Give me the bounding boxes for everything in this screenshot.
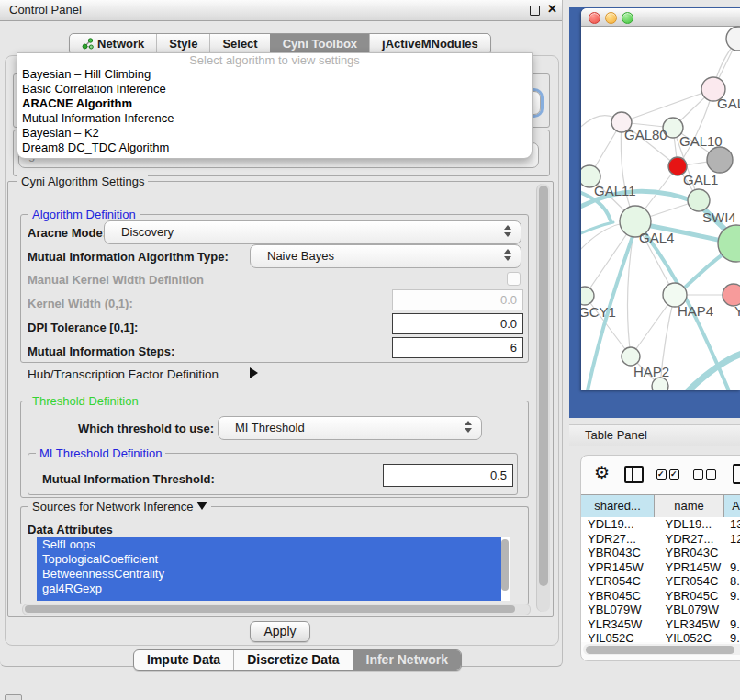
column-header-clipped[interactable]: A [724, 495, 740, 517]
apply-button[interactable]: Apply [250, 621, 310, 642]
table-horizontal-scrollbar[interactable] [583, 644, 740, 655]
gear-icon[interactable]: ⚙ [594, 462, 610, 483]
table-row[interactable]: YPR145WYPR145W9. [581, 560, 740, 575]
dpi-tolerance-label: DPI Tolerance [0,1]: [28, 321, 138, 334]
combo-arrows-icon [504, 249, 512, 261]
mi-steps-field[interactable]: 6 [392, 337, 523, 358]
network-node-label: HAP2 [633, 364, 669, 379]
kernel-width-field[interactable]: 0.0 [392, 289, 523, 310]
combo-arrows-icon [504, 225, 512, 237]
expand-arrow-icon[interactable] [250, 367, 258, 378]
table-toolbar: ⚙ ✓✓ [581, 456, 740, 494]
algorithm-list-item[interactable]: Dream8 DC_TDC Algorithm [17, 141, 532, 155]
manual-kernel-checkbox[interactable] [507, 272, 521, 286]
split-columns-icon[interactable] [624, 466, 644, 483]
tab-select[interactable]: Select [209, 34, 269, 54]
manual-kernel-label: Manual Kernel Width Definition [28, 273, 204, 287]
table-cell: YIL052C [660, 631, 730, 642]
table-cell: YBR045C [660, 589, 730, 604]
hub-section-label[interactable]: Hub/Transcription Factor Definition [28, 367, 219, 381]
attribute-list-item-partial[interactable] [37, 596, 501, 601]
mi-threshold-label: Mutual Information Threshold: [42, 472, 215, 486]
table-cell [729, 546, 740, 560]
clipped-document-icon[interactable] [733, 464, 740, 484]
table-row[interactable]: YIL052CYIL052C9. [581, 631, 740, 642]
aracne-mode-combo[interactable]: Discovery [104, 220, 521, 244]
algorithm-list-item[interactable]: Mutual Information Inference [17, 111, 532, 126]
sources-title-text: Sources for Network Inference [32, 500, 194, 514]
control-panel-titlebar: Control Panel ✕ [0, 0, 562, 21]
data-attributes-list[interactable]: SelfLoopsTopologicalCoefficientBetweenne… [37, 537, 510, 601]
tab-cyni-toolbox[interactable]: Cyni Toolbox [270, 34, 369, 54]
which-threshold-value: MI Threshold [228, 421, 305, 435]
network-node-label: GAL4 [639, 230, 674, 245]
table-cell: 9. [729, 589, 740, 604]
table-cell: YLR345W [581, 617, 660, 632]
algorithm-dropdown-popup: Select algorithm to view settings Bayesi… [17, 52, 533, 159]
table-cell: YBR043C [581, 546, 660, 560]
network-node[interactable] [726, 27, 740, 51]
table-cell: YBR045C [581, 589, 660, 604]
algorithm-list-item[interactable]: Bayesian – Hill Climbing [17, 67, 532, 82]
table-row[interactable]: YLR345WYLR345W9. [581, 617, 740, 632]
network-node[interactable] [622, 347, 640, 366]
aracne-mode-value: Discovery [114, 225, 174, 239]
column-header-shared[interactable]: shared... [581, 495, 655, 517]
algorithm-definition-title: Algorithm Definition [28, 208, 140, 221]
table-row[interactable]: YER054CYER054C8. [581, 574, 740, 589]
collapse-arrow-icon[interactable] [196, 502, 207, 510]
algorithm-list-item[interactable]: Bayesian – K2 [17, 126, 532, 141]
close-panel-icon[interactable]: ✕ [547, 2, 557, 16]
table-row[interactable]: YBR043CYBR043C [581, 546, 740, 560]
attributes-list-scrollbar[interactable] [501, 539, 510, 596]
bottom-tab-infer-network[interactable]: Infer Network [353, 650, 461, 670]
table-row[interactable]: YBL079WYBL079W [581, 603, 740, 617]
algorithm-list-item[interactable]: Basic Correlation Inference [17, 82, 532, 96]
bottom-tab-discretize-data[interactable]: Discretize Data [233, 650, 352, 670]
network-graph[interactable]: GALGAL80GAL10GAL1GAL11SWI4GAL4GCY1HAP4YH… [581, 26, 740, 390]
attribute-list-item[interactable]: gal4RGexp [37, 581, 501, 596]
mi-type-combo[interactable]: Naive Bayes [250, 244, 521, 268]
control-panel-window: Control Panel ✕ NetworkStyleSelectCyni T… [0, 0, 563, 667]
settings-horizontal-scrollbar[interactable] [22, 604, 531, 615]
table-cell: YDL19... [660, 517, 730, 532]
attribute-list-item[interactable]: BetweennessCentrality [37, 567, 501, 581]
tab-jactivemnodules[interactable]: jActiveMNodules [369, 34, 490, 54]
minimize-window-icon[interactable] [605, 12, 617, 24]
table-panel-title: Table Panel [585, 428, 647, 442]
uncheck-all-icon[interactable] [693, 469, 716, 480]
table-cell: YPR145W [581, 560, 660, 575]
close-window-icon[interactable] [589, 12, 600, 24]
table-row[interactable]: YDL19...YDL19...13 [581, 517, 740, 532]
check-all-icon[interactable]: ✓✓ [656, 469, 679, 480]
dpi-tolerance-field[interactable]: 0.0 [392, 313, 523, 334]
tab-network[interactable]: Network [70, 34, 156, 54]
network-edge [622, 89, 713, 122]
bottom-tab-impute-data[interactable]: Impute Data [134, 650, 233, 670]
table-header-row: shared... name A [581, 494, 740, 518]
network-node[interactable] [707, 147, 733, 173]
attributes-scroll-thumb[interactable] [501, 539, 509, 591]
network-node[interactable] [581, 287, 594, 305]
which-threshold-combo[interactable]: MI Threshold [218, 416, 482, 440]
mi-threshold-field[interactable]: 0.5 [383, 464, 513, 487]
table-cell: 8. [729, 574, 740, 589]
table-hscroll-thumb[interactable] [586, 646, 734, 654]
table-row[interactable]: YBR045CYBR045C9. [581, 589, 740, 604]
table-row[interactable]: YDR27...YDR27...12 [581, 532, 740, 547]
table-cell: YDR27... [660, 532, 730, 547]
settings-vertical-scrollbar[interactable] [536, 184, 550, 612]
column-header-name[interactable]: name [655, 495, 724, 517]
attribute-list-item[interactable]: SelfLoops [37, 537, 501, 552]
tab-style[interactable]: Style [156, 34, 209, 54]
settings-vscroll-thumb[interactable] [539, 186, 548, 586]
attribute-list-item[interactable]: TopologicalCoefficient [37, 552, 501, 567]
settings-hscroll-thumb[interactable] [25, 605, 515, 613]
algorithm-list-item[interactable]: ARACNE Algorithm [17, 96, 532, 111]
float-panel-icon[interactable] [530, 6, 540, 16]
collapsed-panel-icon[interactable] [5, 694, 22, 700]
network-node[interactable] [688, 189, 710, 211]
zoom-window-icon[interactable] [622, 12, 633, 24]
network-node-label: GAL [717, 96, 740, 111]
network-node[interactable] [652, 378, 668, 390]
